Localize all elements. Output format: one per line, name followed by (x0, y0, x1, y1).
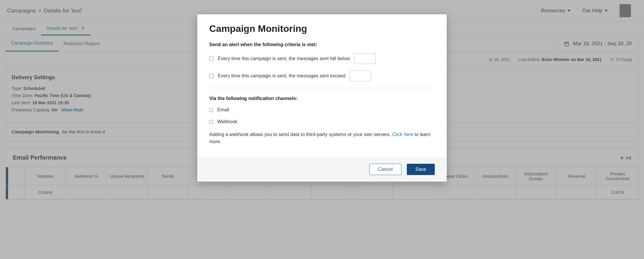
cancel-button[interactable]: Cancel (369, 164, 401, 175)
exceed-input[interactable] (350, 71, 371, 81)
criteria-heading: Send an alert when the following criteri… (209, 42, 435, 47)
exceed-label: Every time this campaign is sent, the me… (218, 73, 346, 79)
below-label: Every time this campaign is sent, the me… (218, 56, 350, 61)
below-input[interactable] (354, 53, 376, 64)
webhook-label: Webhook (217, 119, 237, 124)
webhook-checkbox[interactable] (209, 120, 213, 124)
channels-heading: Via the following notification channels: (209, 96, 435, 101)
webhook-note: Adding a webhook allows you to send data… (209, 131, 435, 145)
webhook-note-text-1: Adding a webhook allows you to send data… (209, 132, 391, 137)
campaign-monitoring-modal: Campaign Monitoring Send an alert when t… (197, 14, 447, 182)
webhook-learn-more-link[interactable]: Click here (392, 132, 413, 137)
exceed-checkbox[interactable] (209, 74, 214, 78)
email-checkbox[interactable] (209, 108, 213, 112)
modal-overlay[interactable]: Campaign Monitoring Send an alert when t… (0, 0, 644, 259)
email-label: Email (217, 107, 229, 113)
modal-title: Campaign Monitoring (209, 23, 435, 34)
below-checkbox[interactable] (209, 57, 214, 61)
save-button[interactable]: Save (407, 164, 435, 175)
modal-divider (209, 88, 435, 88)
